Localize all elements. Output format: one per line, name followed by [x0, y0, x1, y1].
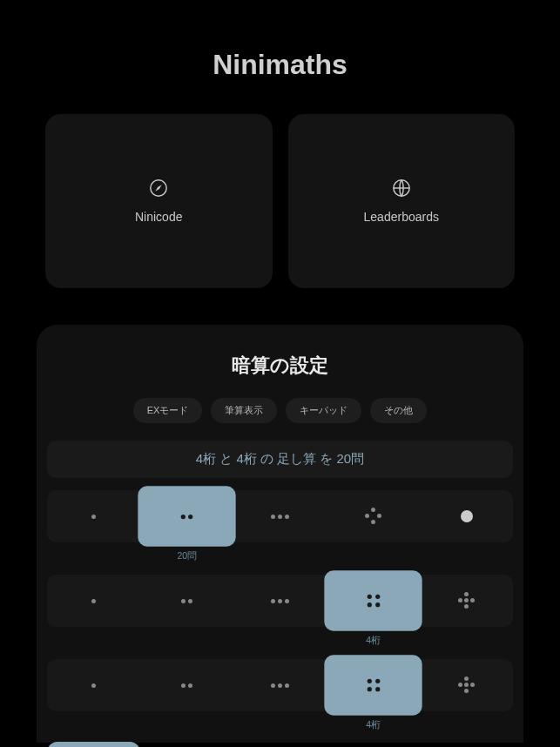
digits-row-2: 4桁 [47, 659, 513, 714]
card-label: Ninicode [135, 210, 182, 224]
op-division[interactable]: ÷ [327, 742, 420, 747]
digits1-option-1[interactable] [47, 575, 140, 627]
digits2-label: 4桁 [366, 719, 380, 732]
digits2-option-5[interactable] [420, 659, 513, 711]
ninicode-card[interactable]: Ninicode [45, 114, 273, 288]
compass-icon [149, 178, 168, 198]
count-row: 20問 [47, 490, 513, 545]
leaderboards-card[interactable]: Leaderboards [288, 114, 516, 288]
count-option-2[interactable]: 20問 [138, 486, 235, 546]
count-option-1[interactable] [47, 490, 140, 542]
digits2-option-1[interactable] [47, 659, 140, 711]
digits-row-1: 4桁 [47, 575, 513, 629]
settings-panel: 暗算の設定 EXモード 筆算表示 キーパッド その他 4桁 と 4桁 の 足し算… [37, 325, 523, 743]
chip-other[interactable]: その他 [370, 398, 427, 423]
operation-row: + 足し算 − × ÷ ◎ [47, 742, 513, 747]
op-mixed[interactable]: ◎ [420, 742, 513, 747]
digits2-option-3[interactable] [233, 659, 327, 711]
circle-icon [461, 510, 473, 522]
summary-bar: 4桁 と 4桁 の 足し算 を 20問 [47, 441, 513, 478]
op-multiplication[interactable]: × [233, 742, 327, 747]
count-option-4[interactable] [327, 490, 420, 542]
count-option-3[interactable] [233, 490, 327, 542]
count-option-5[interactable] [420, 490, 513, 542]
cards-row: Ninicode Leaderboards [0, 114, 560, 288]
digits1-option-4[interactable]: 4桁 [324, 570, 422, 630]
count-label: 20問 [177, 550, 196, 563]
chip-written[interactable]: 筆算表示 [211, 398, 277, 423]
digits1-option-5[interactable] [420, 575, 513, 627]
chips-row: EXモード 筆算表示 キーパッド その他 [37, 398, 523, 423]
digits2-option-2[interactable] [140, 659, 233, 711]
app-title: Ninimaths [0, 0, 560, 114]
op-subtraction[interactable]: − [140, 742, 233, 747]
op-addition[interactable]: + 足し算 [47, 742, 140, 747]
digits1-option-2[interactable] [140, 575, 233, 627]
settings-title: 暗算の設定 [37, 353, 523, 379]
chip-keypad[interactable]: キーパッド [286, 398, 361, 423]
card-label: Leaderboards [364, 210, 439, 224]
svg-marker-1 [156, 185, 162, 191]
globe-icon [392, 178, 411, 198]
chip-exmode[interactable]: EXモード [133, 398, 203, 423]
digits1-option-3[interactable] [233, 575, 327, 627]
digits2-option-4[interactable]: 4桁 [324, 655, 422, 715]
digits1-label: 4桁 [366, 635, 380, 648]
